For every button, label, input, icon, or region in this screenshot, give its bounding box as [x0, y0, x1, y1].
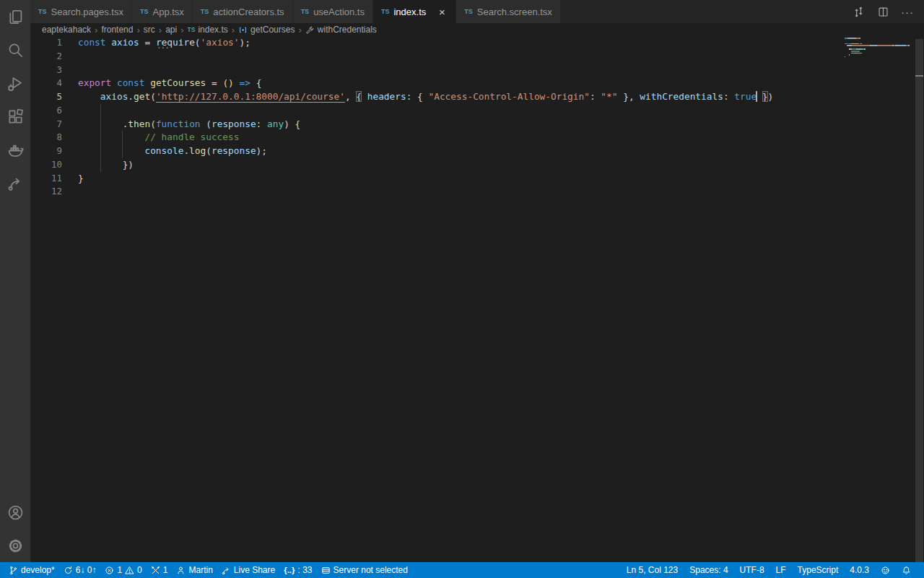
code-token: "*": [601, 91, 617, 102]
status-live-share-button[interactable]: Live Share: [217, 562, 279, 578]
code-line-1[interactable]: 1const axios = require('axios');: [30, 36, 924, 50]
minimap-line: [845, 48, 914, 50]
breadcrumb-item-index.ts[interactable]: TSindex.ts: [188, 25, 228, 35]
tab-App.tsx[interactable]: TSApp.tsx: [132, 0, 193, 23]
braces-icon: {..}: [284, 566, 295, 574]
warning-icon: [125, 566, 134, 575]
ts-icon: TS: [188, 26, 196, 33]
breadcrumb-item-src[interactable]: src: [144, 25, 155, 35]
minimap-token: [864, 48, 866, 50]
code-line-6[interactable]: 6: [30, 104, 924, 118]
breadcrumb-item-eaptekahack[interactable]: eaptekahack: [42, 25, 91, 35]
activity-bar-item-docker[interactable]: [0, 133, 30, 166]
code-line-7[interactable]: 7 .then(function (response: any) {: [30, 118, 924, 131]
code-token: console: [144, 145, 183, 156]
code-token: [78, 131, 144, 142]
minimap[interactable]: [845, 38, 914, 60]
activity-bar-item-run-and-debug[interactable]: [0, 66, 30, 100]
ts-file-icon: TS: [140, 8, 149, 15]
activity-bar-item-extensions[interactable]: [0, 100, 30, 133]
breadcrumb-item-api[interactable]: api: [165, 25, 177, 35]
activity-bar-item-accounts[interactable]: [0, 496, 30, 529]
status-notifications[interactable]: [896, 562, 917, 578]
status-server-status[interactable]: Server not selected: [317, 562, 412, 578]
tab-label: useAction.ts: [313, 7, 365, 17]
code-token: "Access-Control-Allow-Origin": [429, 91, 590, 102]
editor-action-more-actions[interactable]: ···: [898, 3, 917, 20]
code-token: const: [117, 77, 145, 88]
tab-Search.screen.tsx[interactable]: TSSearch.screen.tsx: [456, 0, 561, 23]
status-encoding[interactable]: UTF-8: [734, 562, 770, 578]
code-token: [362, 91, 367, 102]
status-label: Spaces: 4: [689, 565, 728, 575]
code-token: [111, 77, 117, 88]
code-line-12[interactable]: 12: [30, 185, 924, 199]
code-token: :: [256, 118, 267, 129]
activity-bar-item-settings[interactable]: [0, 529, 30, 562]
vertical-scrollbar[interactable]: [915, 36, 924, 562]
code-line-9[interactable]: 9 console.log(response);: [30, 144, 924, 158]
editor-action-split-editor[interactable]: [873, 3, 892, 20]
breadcrumb-separator-icon: ›: [95, 25, 97, 35]
tab-actionCreators.ts[interactable]: TSactionCreators.ts: [193, 0, 293, 23]
line-number: 4: [30, 77, 78, 90]
scrollbar-thumb[interactable]: [915, 39, 923, 562]
breadcrumb-separator-icon: ›: [159, 25, 162, 35]
code-token: );: [240, 37, 250, 48]
activity-bar-item-explorer[interactable]: [0, 0, 30, 33]
status-cursor-position[interactable]: Ln 5, Col 123: [621, 562, 684, 578]
breadcrumb-item-withCredentials[interactable]: withCredentials: [305, 25, 377, 35]
activity-bar-item-live-share[interactable]: [0, 166, 30, 199]
status-feedback[interactable]: [875, 562, 896, 578]
code-line-5[interactable]: 5 axios.get('http://127.0.0.1:8000/api/c…: [30, 90, 924, 104]
editor-action-open-changes[interactable]: [849, 3, 868, 20]
breadcrumb-label: src: [144, 25, 155, 35]
breadcrumb-item-getCourses[interactable]: getCourses: [238, 25, 295, 35]
sync-icon: [64, 566, 73, 575]
vscode-window: TSSearch.pages.tsxTSApp.tsxTSactionCreat…: [0, 0, 924, 578]
code-editor[interactable]: 1const axios = require('axios');234expor…: [30, 36, 924, 199]
code-token: axios: [111, 37, 139, 48]
code-token: get: [134, 91, 150, 102]
line-number: 11: [30, 172, 78, 186]
editor-group: TSSearch.pages.tsxTSApp.tsxTSactionCreat…: [30, 0, 924, 562]
url-link[interactable]: 'http://127.0.0.1:8000/api/course': [156, 91, 345, 102]
person-icon: [176, 566, 186, 575]
code-line-3[interactable]: 3: [30, 64, 924, 77]
status-snippets-counter[interactable]: {..}: 33: [279, 562, 316, 578]
status-problems-status[interactable]: 10: [100, 562, 146, 578]
status-user-status[interactable]: Martin: [172, 562, 217, 578]
code-line-11[interactable]: 11}: [30, 172, 924, 186]
code-line-4[interactable]: 4export const getCourses = () => {: [30, 77, 924, 90]
breadcrumb-item-frontend[interactable]: frontend: [101, 25, 133, 35]
code-line-10[interactable]: 10 }): [30, 158, 924, 172]
status-branch-status[interactable]: develop*: [4, 562, 59, 578]
settings-icon: [7, 538, 24, 554]
status-label: 1: [117, 565, 122, 575]
live-share-icon: [7, 175, 24, 191]
status-sync-status[interactable]: 6↓ 0↑: [59, 562, 101, 578]
status-tasks-status[interactable]: 1: [147, 562, 173, 578]
tab-Search.pages.tsx[interactable]: TSSearch.pages.tsx: [30, 0, 132, 23]
tab-useAction.ts[interactable]: TSuseAction.ts: [293, 0, 373, 23]
code-token: {: [356, 91, 362, 102]
breadcrumb: eaptekahack›frontend›src›api›TSindex.ts›…: [30, 23, 924, 36]
status-eol-sequence[interactable]: LF: [770, 562, 792, 578]
code-token: log: [189, 145, 206, 156]
minimap-line: [845, 54, 914, 56]
activity-bar-item-search[interactable]: [0, 33, 30, 66]
code-token: function: [156, 118, 201, 129]
code-token: (: [195, 37, 201, 48]
status-ts-version[interactable]: 4.0.3: [844, 562, 875, 578]
status-indentation[interactable]: Spaces: 4: [684, 562, 733, 578]
tab-index.ts[interactable]: TSindex.ts×: [373, 0, 456, 23]
status-label: 0: [137, 565, 142, 575]
status-language-mode[interactable]: TypeScript: [792, 562, 845, 578]
code-token: ): [768, 91, 774, 102]
close-icon[interactable]: ×: [436, 7, 448, 17]
code-token: export: [78, 77, 111, 88]
code-line-8[interactable]: 8 // handle success: [30, 131, 924, 144]
line-number: 9: [30, 144, 78, 158]
ts-file-icon: TS: [301, 8, 310, 15]
code-token: (: [201, 118, 212, 129]
